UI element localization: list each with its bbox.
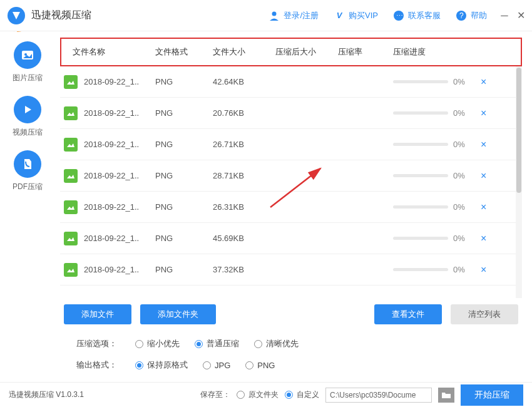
cell-filename: 2018-09-22_1..	[84, 140, 155, 149]
cell-format: PNG	[155, 234, 213, 243]
app-logo-icon	[6, 6, 26, 26]
save-to-label: 保存至：	[200, 389, 230, 400]
cell-size: 45.69KB	[213, 234, 275, 243]
table-row[interactable]: 2018-09-22_1..PNG20.76KB0%×	[60, 98, 522, 129]
help-icon: ?	[456, 10, 467, 21]
cell-size: 26.31KB	[213, 202, 275, 212]
image-file-icon	[64, 200, 78, 214]
cell-format: PNG	[155, 202, 213, 212]
table-row[interactable]: 2018-09-22_1..PNG45.69KB0%×	[60, 223, 522, 254]
vip-icon: V	[334, 10, 345, 21]
svg-text:?: ?	[459, 11, 464, 20]
clear-list-button[interactable]: 清空列表	[451, 304, 518, 324]
table-row[interactable]: 2018-09-22_1..PNG28.71KB0%×	[60, 160, 522, 192]
cell-format: PNG	[155, 171, 213, 180]
cell-progress: 0%×	[393, 76, 522, 88]
radio-shrink-priority[interactable]: 缩小优先	[135, 338, 180, 349]
progress-pct: 0%	[453, 234, 471, 243]
cell-filename: 2018-09-22_1..	[84, 202, 155, 212]
remove-row-button[interactable]: ×	[476, 170, 491, 182]
svg-point-10	[24, 53, 27, 56]
image-file-icon	[64, 138, 78, 152]
login-link[interactable]: 登录/注册	[269, 10, 319, 21]
image-file-icon	[64, 75, 78, 89]
play-icon	[14, 96, 41, 123]
action-buttons: 添加文件 添加文件夹 查看文件 清空列表	[60, 298, 522, 331]
table-row[interactable]: 2018-09-22_1..PNG42.64KB0%×	[60, 66, 522, 98]
minimize-button[interactable]: ─	[499, 11, 509, 20]
cell-size: 26.71KB	[213, 140, 275, 149]
table-row[interactable]: 2018-09-22_1..PNG37.32KB0%×	[60, 254, 522, 286]
radio-original-folder[interactable]: 原文件夹	[237, 389, 279, 400]
table-header-highlight: 文件名称 文件格式 文件大小 压缩后大小 压缩率 压缩进度	[60, 38, 522, 66]
image-file-icon	[64, 263, 78, 277]
remove-row-button[interactable]: ×	[476, 202, 491, 213]
radio-clarity-priority[interactable]: 清晰优先	[254, 338, 299, 349]
radio-normal-compress[interactable]: 普通压缩	[195, 338, 239, 349]
table-header: 文件名称 文件格式 文件大小 压缩后大小 压缩率 压缩进度	[61, 40, 521, 64]
buy-vip-link[interactable]: V 购买VIP	[334, 10, 378, 21]
progress-bar	[393, 174, 448, 177]
add-folder-button[interactable]: 添加文件夹	[140, 304, 216, 324]
sidebar-item-image-compress[interactable]: 图片压缩	[13, 41, 43, 83]
compress-option-label: 压缩选项：	[76, 338, 120, 349]
col-format: 文件格式	[155, 46, 213, 58]
cell-format: PNG	[155, 265, 213, 274]
sidebar-item-label: PDF压缩	[13, 182, 43, 192]
remove-row-button[interactable]: ×	[476, 139, 491, 150]
progress-pct: 0%	[453, 171, 471, 180]
radio-keep-format[interactable]: 保持原格式	[135, 359, 188, 371]
progress-pct: 0%	[453, 140, 471, 149]
close-button[interactable]: ✕	[516, 11, 526, 20]
table-body: 2018-09-22_1..PNG42.64KB0%×2018-09-22_1.…	[60, 66, 522, 298]
progress-bar	[393, 80, 448, 83]
col-filename: 文件名称	[61, 46, 155, 58]
help-label: 帮助	[471, 10, 487, 21]
vip-label: 购买VIP	[349, 10, 378, 21]
pdf-icon	[14, 150, 41, 178]
sidebar-item-video-compress[interactable]: 视频压缩	[13, 96, 43, 138]
radio-custom-folder[interactable]: 自定义	[285, 389, 319, 400]
cell-format: PNG	[155, 108, 213, 118]
version-label: 迅捷视频压缩 V1.0.3.1	[9, 389, 84, 400]
radio-jpg[interactable]: JPG	[203, 361, 230, 370]
cell-format: PNG	[155, 140, 213, 149]
cell-filename: 2018-09-22_1..	[84, 171, 155, 180]
output-format-label: 输出格式：	[76, 359, 120, 371]
scrollbar[interactable]	[516, 66, 522, 298]
cell-filename: 2018-09-22_1..	[84, 265, 155, 274]
cell-size: 37.32KB	[213, 265, 275, 274]
start-compress-button[interactable]: 开始压缩	[461, 384, 523, 406]
progress-pct: 0%	[453, 108, 471, 118]
help-link[interactable]: ? 帮助	[456, 10, 487, 21]
svg-point-4	[272, 11, 277, 16]
col-size: 文件大小	[213, 46, 275, 58]
sidebar-item-pdf-compress[interactable]: PDF压缩	[13, 150, 43, 192]
browse-folder-button[interactable]	[438, 388, 454, 403]
image-file-icon	[64, 106, 78, 120]
app-logo: 迅捷视频压缩	[6, 6, 91, 26]
sidebar-item-label: 视频压缩	[13, 127, 43, 138]
radio-png[interactable]: PNG	[245, 361, 275, 370]
remove-row-button[interactable]: ×	[476, 76, 491, 88]
remove-row-button[interactable]: ×	[476, 108, 491, 119]
col-after-size: 压缩后大小	[275, 46, 338, 58]
table-row[interactable]: 2018-09-22_1..PNG26.71KB0%×	[60, 129, 522, 160]
progress-bar	[393, 268, 448, 271]
add-file-button[interactable]: 添加文件	[64, 304, 131, 324]
table-row[interactable]: 2018-09-22_1..PNG26.31KB0%×	[60, 192, 522, 223]
service-label: 联系客服	[408, 10, 441, 21]
progress-pct: 0%	[453, 77, 471, 86]
remove-row-button[interactable]: ×	[476, 233, 491, 244]
scrollbar-thumb[interactable]	[516, 68, 521, 193]
cell-progress: 0%×	[393, 170, 522, 182]
cell-size: 42.64KB	[213, 77, 275, 86]
save-path-input[interactable]	[325, 388, 432, 403]
sidebar-item-label: 图片压缩	[13, 73, 43, 83]
image-icon	[14, 41, 41, 69]
view-file-button[interactable]: 查看文件	[374, 304, 442, 324]
progress-bar	[393, 111, 448, 115]
remove-row-button[interactable]: ×	[476, 264, 491, 276]
contact-service-link[interactable]: ⋯ 联系客服	[393, 10, 441, 21]
cell-progress: 0%×	[393, 202, 522, 213]
